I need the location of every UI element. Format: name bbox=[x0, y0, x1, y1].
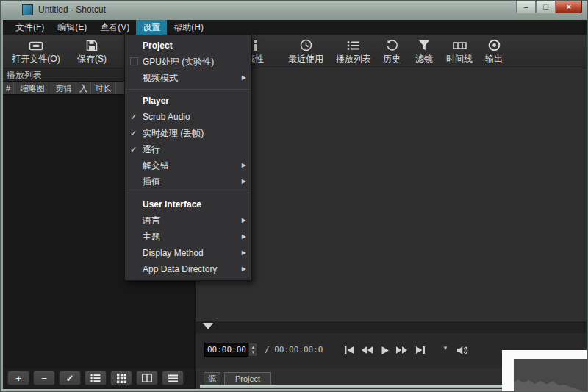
playlist-add-button[interactable]: + bbox=[7, 371, 29, 385]
fast-forward-icon bbox=[395, 346, 408, 354]
playlist-icon bbox=[331, 38, 376, 52]
column-thumbnail[interactable]: 缩略图 bbox=[14, 82, 51, 94]
column-clip[interactable]: 剪辑 bbox=[51, 82, 76, 94]
total-duration: / 00:00:00:0 bbox=[265, 345, 323, 354]
playhead-icon[interactable] bbox=[203, 323, 213, 329]
column-duration[interactable]: 时长 bbox=[91, 82, 116, 94]
export-button[interactable]: 输出 bbox=[478, 36, 510, 67]
menu-header-project: Project bbox=[125, 38, 251, 54]
filters-button[interactable]: 滤镜 bbox=[408, 36, 440, 67]
column-in[interactable]: 入 bbox=[76, 82, 91, 94]
playlist-label: 播放列表 bbox=[331, 53, 376, 65]
playlist-remove-button[interactable]: − bbox=[33, 371, 55, 385]
window-title: Untitled - Shotcut bbox=[38, 4, 106, 15]
check-icon: ✓ bbox=[130, 109, 137, 125]
title-bar[interactable]: Untitled - Shotcut – □ × bbox=[1, 1, 588, 20]
current-time-field[interactable]: 00:00:00:0 bbox=[204, 343, 248, 357]
playlist-update-button[interactable]: ✓ bbox=[59, 371, 81, 385]
menu-item-language[interactable]: 语言 ▶ bbox=[125, 213, 251, 229]
skip-previous-button[interactable] bbox=[341, 343, 357, 357]
dock-bottom-edge bbox=[200, 385, 503, 388]
window-frame-bottom bbox=[1, 389, 588, 392]
video-preview-area[interactable] bbox=[196, 68, 587, 321]
menu-item-theme[interactable]: 主题 ▶ bbox=[125, 229, 251, 245]
checkbox-unchecked-icon bbox=[130, 57, 138, 65]
app-icon bbox=[22, 4, 33, 15]
history-button[interactable]: 历史 bbox=[375, 36, 409, 67]
filters-icon bbox=[408, 38, 440, 52]
menu-item-scrub-audio[interactable]: ✓ Scrub Audio bbox=[125, 109, 251, 125]
skip-next-icon bbox=[415, 346, 426, 354]
menu-bar: 文件(F) 编辑(E) 查看(V) 设置 帮助(H) bbox=[3, 20, 587, 35]
player-panel: 00:00:00:0 ▲ ▼ / 00:00:00:0 ▼ bbox=[194, 68, 587, 389]
menu-separator bbox=[126, 89, 250, 90]
tab-source[interactable]: 源 bbox=[204, 372, 220, 385]
submenu-arrow-icon: ▶ bbox=[242, 213, 246, 229]
menu-view[interactable]: 查看(V) bbox=[93, 20, 136, 35]
filters-label: 滤镜 bbox=[408, 53, 440, 65]
menu-item-deinterlacer[interactable]: 解交错 ▶ bbox=[125, 157, 251, 174]
open-file-button[interactable]: 打开文件(O) bbox=[10, 36, 62, 67]
main-toolbar: 打开文件(O) 保存(S) 属性 最近使用 播放列表 bbox=[3, 35, 587, 68]
view-details-button[interactable] bbox=[85, 371, 107, 385]
menu-help[interactable]: 帮助(H) bbox=[167, 20, 210, 35]
history-icon bbox=[375, 38, 409, 52]
view-icons-icon bbox=[142, 374, 152, 382]
menu-item-app-data-directory[interactable]: App Data Directory ▶ bbox=[125, 261, 251, 277]
skip-previous-icon bbox=[344, 346, 354, 354]
view-tiles-button[interactable] bbox=[110, 371, 132, 385]
submenu-arrow-icon: ▶ bbox=[242, 174, 246, 190]
submenu-arrow-icon: ▶ bbox=[242, 245, 246, 261]
menu-item-progressive[interactable]: ✓ 逐行 bbox=[125, 141, 251, 157]
menu-header-player: Player bbox=[125, 93, 251, 109]
save-label: 保存(S) bbox=[71, 53, 113, 65]
window-controls: – □ × bbox=[516, 1, 582, 13]
time-spinner[interactable]: ▲ ▼ bbox=[248, 343, 258, 357]
view-details-icon bbox=[90, 374, 101, 382]
recent-label: 最近使用 bbox=[284, 53, 328, 65]
check-icon: ✓ bbox=[130, 125, 137, 141]
menu-settings[interactable]: 设置 bbox=[136, 20, 167, 35]
volume-icon bbox=[456, 346, 468, 355]
timeline-icon bbox=[440, 38, 479, 52]
skip-next-button[interactable] bbox=[412, 343, 429, 357]
open-file-icon bbox=[10, 38, 62, 52]
timeline-button[interactable]: 时间线 bbox=[440, 36, 479, 67]
recent-icon bbox=[284, 38, 328, 52]
save-button[interactable]: 保存(S) bbox=[71, 36, 113, 67]
play-icon bbox=[381, 346, 390, 355]
menu-item-realtime[interactable]: ✓ 实时处理 (丢帧) bbox=[125, 125, 251, 141]
view-icons-button[interactable] bbox=[136, 371, 158, 385]
tab-project[interactable]: Project bbox=[224, 372, 271, 385]
app-window: Untitled - Shotcut – □ × 文件(F) 编辑(E) 查看(… bbox=[0, 0, 588, 392]
recent-button[interactable]: 最近使用 bbox=[284, 36, 328, 67]
close-button[interactable]: × bbox=[556, 1, 582, 13]
spinner-down-icon[interactable]: ▼ bbox=[251, 350, 256, 355]
player-options-dropdown[interactable]: ▼ bbox=[442, 345, 448, 352]
fast-forward-button[interactable] bbox=[393, 343, 409, 357]
seek-bar[interactable] bbox=[196, 321, 587, 333]
playlist-button[interactable]: 播放列表 bbox=[331, 36, 376, 67]
spinner-up-icon[interactable]: ▲ bbox=[251, 345, 256, 350]
column-index[interactable]: # bbox=[3, 82, 14, 94]
timeline-label: 时间线 bbox=[440, 53, 479, 65]
menu-item-gpu-processing[interactable]: GPU处理 (实验性) bbox=[125, 54, 251, 70]
menu-item-video-mode[interactable]: 视频模式 ▶ bbox=[125, 70, 251, 86]
view-tiles-icon bbox=[117, 374, 126, 383]
minimize-button[interactable]: – bbox=[516, 1, 536, 13]
playlist-menu-button[interactable] bbox=[162, 371, 184, 385]
volume-button[interactable] bbox=[454, 343, 470, 357]
menu-item-display-method[interactable]: Display Method ▶ bbox=[125, 245, 251, 261]
submenu-arrow-icon: ▶ bbox=[242, 261, 246, 277]
submenu-arrow-icon: ▶ bbox=[242, 229, 246, 245]
menu-edit[interactable]: 编辑(E) bbox=[51, 20, 93, 35]
check-icon: ✓ bbox=[130, 141, 137, 157]
open-file-label: 打开文件(O) bbox=[10, 53, 62, 65]
maximize-button[interactable]: □ bbox=[536, 1, 556, 13]
play-button[interactable] bbox=[377, 343, 393, 357]
rewind-button[interactable] bbox=[359, 343, 375, 357]
menu-item-interpolation[interactable]: 插值 ▶ bbox=[125, 174, 251, 190]
menu-file[interactable]: 文件(F) bbox=[9, 20, 51, 35]
export-label: 输出 bbox=[478, 53, 510, 65]
playlist-toolbar: + − ✓ bbox=[3, 368, 196, 388]
